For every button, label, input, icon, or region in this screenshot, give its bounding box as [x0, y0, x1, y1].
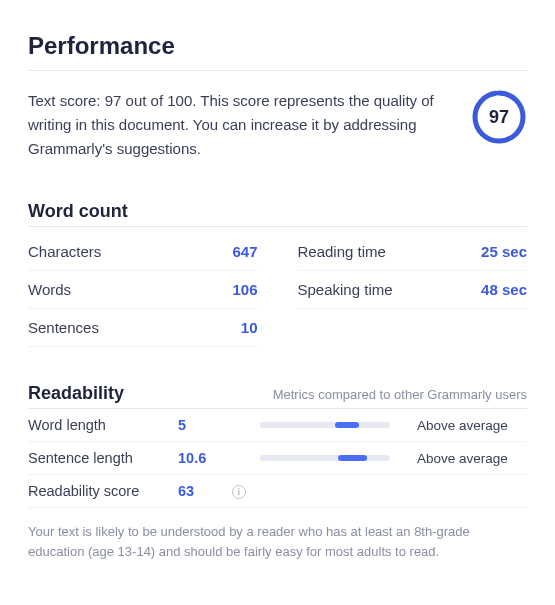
wc-row: Words 106: [28, 271, 258, 309]
readability-footnote: Your text is likely to be understood by …: [28, 522, 527, 562]
wc-label: Sentences: [28, 319, 99, 336]
wc-label: Words: [28, 281, 71, 298]
score-ring: 97: [471, 89, 527, 145]
page-title: Performance: [28, 32, 527, 60]
metric-bar: [260, 422, 390, 428]
readability-subtitle: Metrics compared to other Grammarly user…: [273, 387, 527, 402]
readability-row: Readability score 63 i: [28, 475, 527, 508]
read-label: Sentence length: [28, 450, 168, 466]
wc-row: Sentences 10: [28, 309, 258, 347]
wc-value: 25 sec: [481, 243, 527, 260]
info-icon[interactable]: i: [232, 483, 250, 499]
metric-bar-fill: [335, 422, 358, 428]
readability-row: Sentence length 10.6 Above average: [28, 442, 527, 475]
wc-label: Speaking time: [298, 281, 393, 298]
score-value: 97: [471, 89, 527, 145]
wc-value: 10: [241, 319, 258, 336]
read-level: Above average: [417, 451, 527, 466]
metric-bar: [260, 455, 390, 461]
readability-row: Word length 5 Above average: [28, 409, 527, 442]
read-value: 10.6: [178, 450, 222, 466]
read-label: Word length: [28, 417, 168, 433]
divider: [28, 70, 527, 71]
read-label: Readability score: [28, 483, 168, 499]
read-value: 63: [178, 483, 222, 499]
wc-value: 48 sec: [481, 281, 527, 298]
divider: [28, 226, 527, 227]
wc-row: Reading time 25 sec: [298, 233, 528, 271]
wc-value: 647: [232, 243, 257, 260]
wc-row: Characters 647: [28, 233, 258, 271]
read-level: Above average: [417, 418, 527, 433]
wc-value: 106: [232, 281, 257, 298]
readability-heading: Readability: [28, 383, 124, 404]
word-count-heading: Word count: [28, 201, 527, 222]
word-count-grid: Characters 647 Words 106 Sentences 10 Re…: [28, 233, 527, 347]
metric-bar-fill: [338, 455, 367, 461]
wc-label: Reading time: [298, 243, 386, 260]
read-value: 5: [178, 417, 222, 433]
score-description: Text score: 97 out of 100. This score re…: [28, 89, 451, 161]
wc-label: Characters: [28, 243, 101, 260]
wc-row: Speaking time 48 sec: [298, 271, 528, 309]
